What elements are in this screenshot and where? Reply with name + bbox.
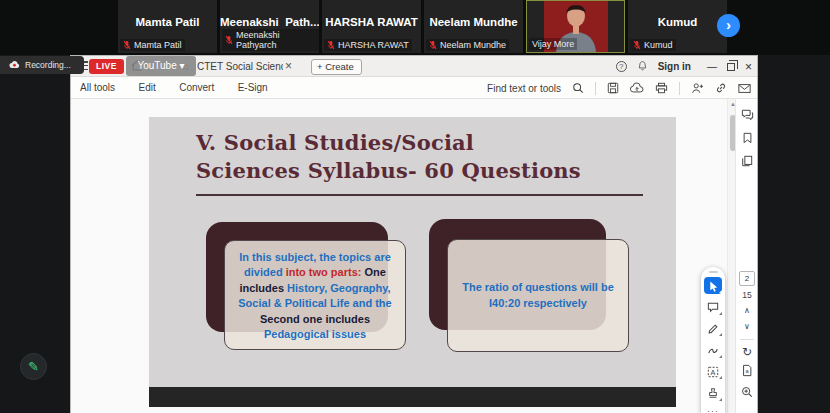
mic-muted-icon — [225, 35, 233, 45]
pdf-page: V. Social Studies/Social Sciences Syllab… — [149, 117, 676, 407]
toolbar-drag-handle[interactable] — [709, 271, 718, 273]
cloud-upload-icon[interactable] — [630, 82, 644, 94]
live-badge: LIVE — [89, 59, 124, 74]
title-underline — [196, 194, 643, 196]
next-participants-button[interactable]: › — [717, 14, 740, 37]
recording-label: Recording... — [25, 60, 71, 70]
page-number-input[interactable]: 2 — [739, 271, 755, 286]
svg-text:A: A — [711, 367, 716, 376]
ratio-card: The ratio of questions will be I40:20 re… — [447, 239, 629, 352]
link-icon[interactable] — [715, 82, 727, 94]
add-user-icon[interactable] — [691, 82, 704, 94]
close-button[interactable]: × — [745, 60, 752, 74]
minimize-button[interactable]: — — [707, 61, 717, 72]
select-tool-button[interactable] — [704, 277, 722, 294]
menu-all-tools[interactable]: All tools — [80, 77, 115, 98]
toolbar-right-icons: Find text or tools — [487, 77, 751, 99]
stream-destination-pill[interactable]: YouTube ▾ — [126, 56, 196, 76]
email-icon[interactable] — [738, 83, 751, 94]
participant-label: HARSHA RAWAT — [324, 39, 412, 51]
toolbar: All tools Edit Convert E-Sign Find text … — [71, 77, 757, 99]
mic-muted-icon — [429, 40, 437, 50]
fit-page-icon[interactable]: a — [736, 360, 757, 380]
recording-indicator: Recording... — [0, 56, 84, 74]
acrobat-window: ☆ CTET Social Science ppt ... × + Create… — [70, 55, 758, 413]
find-text-label[interactable]: Find text or tools — [487, 83, 561, 94]
participant-label: Mamta Patil — [120, 39, 185, 51]
pages-panel-icon[interactable] — [736, 151, 757, 171]
help-icon[interactable]: ? — [616, 61, 627, 72]
comment-tool-button[interactable] — [704, 299, 722, 316]
participant-tile[interactable]: HARSHA RAWAT HARSHA RAWAT — [322, 0, 421, 53]
participant-label: Neelam Mundhe — [426, 39, 509, 51]
participant-tile-video[interactable]: Vijay More — [526, 0, 625, 53]
svg-text:a: a — [745, 368, 749, 374]
next-page-icon[interactable]: ∨ — [744, 322, 750, 332]
topics-card: In this subject, the topics are divided … — [224, 240, 406, 350]
more-tools-button[interactable]: ··· — [701, 406, 725, 413]
page-total-label: 15 — [742, 290, 751, 300]
divider — [740, 339, 754, 340]
participant-name: Neelam Mundhe — [424, 16, 523, 28]
sign-in-button[interactable]: Sign in — [658, 61, 691, 72]
zoom-in-icon[interactable] — [736, 382, 757, 402]
bookmarks-panel-icon[interactable] — [736, 128, 757, 148]
participant-tile[interactable]: Neelam Mundhe Neelam Mundhe — [424, 0, 523, 53]
participant-name: Kumud — [628, 16, 727, 28]
rotate-page-icon[interactable]: ↻ — [742, 346, 752, 358]
right-tools-panel: 2 15 ∧ ∨ ↻ a — [735, 99, 757, 413]
highlight-tool-button[interactable] — [704, 342, 722, 359]
window-title-bar: ☆ CTET Social Science ppt ... × + Create… — [71, 56, 757, 77]
menu-esign[interactable]: E-Sign — [238, 77, 268, 98]
menu-edit[interactable]: Edit — [138, 77, 155, 98]
annotate-pencil-button[interactable]: ✎ — [20, 353, 47, 380]
menu-convert[interactable]: Convert — [179, 77, 214, 98]
mic-muted-icon — [633, 40, 641, 50]
previous-page-icon[interactable]: ∧ — [744, 306, 750, 316]
participant-label: Vijay More — [529, 38, 577, 50]
participant-tile[interactable]: Meenakshi Path... Meenakshi Pathyarch — [220, 0, 319, 53]
participant-tile[interactable]: Kumud Kumud — [628, 0, 727, 53]
document-area: V. Social Studies/Social Sciences Syllab… — [71, 99, 757, 413]
participant-name: Mamta Patil — [118, 16, 217, 28]
participant-tile[interactable]: Mamta Patil Mamta Patil — [118, 0, 217, 53]
divider — [679, 82, 680, 95]
add-text-tool-button[interactable]: A — [704, 363, 722, 380]
comments-panel-icon[interactable] — [736, 105, 757, 125]
participant-label: Meenakshi Pathyarch — [222, 29, 319, 51]
record-cloud-icon — [9, 60, 20, 71]
draw-pen-tool-button[interactable] — [704, 320, 722, 337]
create-button[interactable]: + Create — [311, 59, 362, 75]
save-icon[interactable] — [607, 82, 619, 94]
quick-tools-toolbar: A ··· — [701, 267, 725, 413]
divider — [595, 82, 596, 95]
participant-label: Kumud — [630, 39, 676, 51]
stamp-tool-button[interactable] — [704, 385, 722, 402]
tab-close-icon[interactable]: × — [285, 56, 292, 76]
participant-tiles: Mamta Patil Mamta Patil Meenakshi Path..… — [118, 0, 727, 53]
document-tab[interactable]: CTET Social Science ppt ... — [197, 56, 283, 77]
mic-muted-icon — [327, 40, 335, 50]
titlebar-right-controls: ? Sign in — × — [616, 56, 752, 77]
restore-button[interactable] — [727, 63, 735, 71]
participant-name: Meenakshi Path... — [220, 16, 319, 28]
search-icon[interactable] — [572, 82, 584, 94]
slide-footer-bar — [149, 387, 676, 407]
print-icon[interactable] — [655, 82, 668, 94]
participants-bar: Mamta Patil Mamta Patil Meenakshi Path..… — [0, 0, 830, 55]
slide-title: V. Social Studies/Social Sciences Syllab… — [196, 129, 581, 184]
participant-name: HARSHA RAWAT — [322, 16, 421, 28]
mic-muted-icon — [123, 40, 131, 50]
bell-icon[interactable] — [637, 58, 648, 76]
